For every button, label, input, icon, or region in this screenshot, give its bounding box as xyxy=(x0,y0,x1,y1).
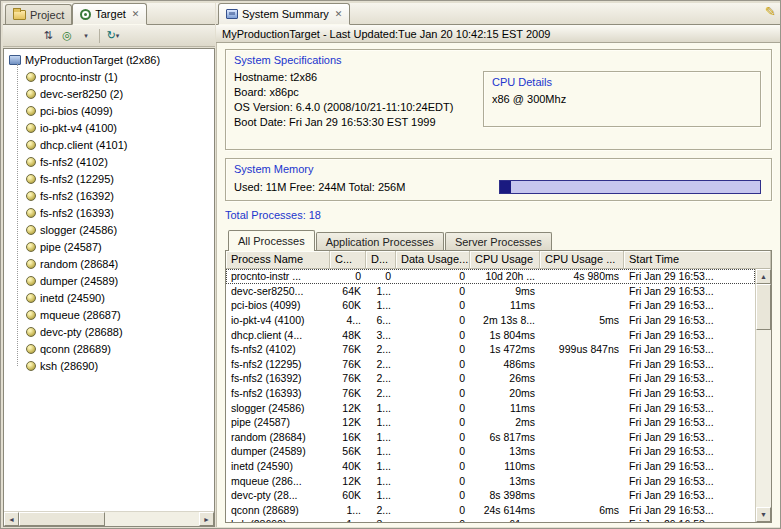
specs-body: Hostname: t2x86 Board: x86pc OS Version:… xyxy=(234,71,763,143)
table-cell: Fri Jan 29 16:53... xyxy=(624,475,755,487)
table-row[interactable]: pipe (24587)12K1...02msFri Jan 29 16:53.… xyxy=(226,415,755,430)
table-row[interactable]: mqueue (286...12K1...013msFri Jan 29 16:… xyxy=(226,473,755,488)
table-cell: 0 xyxy=(396,402,470,414)
table-cell: 13ms xyxy=(470,445,540,457)
table-cell: 0 xyxy=(396,445,470,457)
tree-item[interactable]: mqueue (28687) xyxy=(4,306,214,323)
table-cell: 26ms xyxy=(470,372,540,384)
process-tab[interactable]: Server Processes xyxy=(445,232,552,250)
table-row[interactable]: fs-nfs2 (16393)76K2...020msFri Jan 29 16… xyxy=(226,386,755,401)
tab-project[interactable]: Project xyxy=(5,4,72,24)
tab-target[interactable]: Target ✕ xyxy=(72,3,147,25)
scroll-right-button[interactable]: ► xyxy=(199,512,214,526)
connect-target-button[interactable]: ◎ xyxy=(58,27,76,45)
cpu-details-title: CPU Details xyxy=(492,76,752,88)
table-row[interactable]: dumper (24589)56K1...013msFri Jan 29 16:… xyxy=(226,444,755,459)
process-icon xyxy=(26,242,36,252)
column-header[interactable]: Process Name xyxy=(226,251,330,268)
vertical-scroll-thumb[interactable] xyxy=(756,284,771,330)
edit-button[interactable]: ✎ xyxy=(765,4,776,19)
tree-item-label: io-pkt-v4 (4100) xyxy=(40,122,117,134)
process-tab[interactable]: Application Processes xyxy=(316,232,444,250)
tree-item[interactable]: fs-nfs2 (12295) xyxy=(4,170,214,187)
tree-root[interactable]: MyProductionTarget (t2x86) xyxy=(4,51,214,68)
table-cell: 0 xyxy=(396,270,470,282)
table-cell: 13ms xyxy=(470,475,540,487)
table-cell: 0 xyxy=(396,518,470,522)
table-row[interactable]: fs-nfs2 (12295)76K2...0486msFri Jan 29 1… xyxy=(226,357,755,372)
sort-button[interactable]: ⇅ xyxy=(39,27,57,45)
tree-item[interactable]: pci-bios (4099) xyxy=(4,102,214,119)
tree-item[interactable]: io-pkt-v4 (4100) xyxy=(4,119,214,136)
tree-item[interactable]: fs-nfs2 (16392) xyxy=(4,187,214,204)
tree-item[interactable]: dhcp.client (4101) xyxy=(4,136,214,153)
table-cell: Fri Jan 29 16:53... xyxy=(624,372,755,384)
column-header[interactable]: C... xyxy=(330,251,366,268)
table-row[interactable]: dhcp.client (4...48K3...01s 804msFri Jan… xyxy=(226,327,755,342)
table-row[interactable]: slogger (24586)12K1...011msFri Jan 29 16… xyxy=(226,400,755,415)
column-header[interactable]: Start Time xyxy=(624,251,771,268)
table-cell: devc-ser8250... xyxy=(226,285,330,297)
table-row[interactable]: pci-bios (4099)60K1...011msFri Jan 29 16… xyxy=(226,298,755,313)
table-cell: 76K xyxy=(330,372,366,384)
tree-item[interactable]: fs-nfs2 (16393) xyxy=(4,204,214,221)
scroll-up-button[interactable]: ▲ xyxy=(756,269,771,284)
cpu-details-box: CPU Details x86 @ 300Mhz xyxy=(483,71,761,127)
memory-row: Used: 11M Free: 244M Total: 256M xyxy=(234,180,763,194)
process-table-header: Process NameC...D...Data Usage...CPU Usa… xyxy=(226,251,771,269)
table-row[interactable]: io-pkt-v4 (4100)4...6...02m 13s 8...5msF… xyxy=(226,313,755,328)
close-icon[interactable]: ✕ xyxy=(333,9,343,19)
view-menu-button[interactable]: ▾ xyxy=(77,27,95,45)
tree-item[interactable]: pipe (24587) xyxy=(4,238,214,255)
table-cell: 0 xyxy=(330,270,366,282)
table-cell: devc-pty (28... xyxy=(226,489,330,501)
tree-item[interactable]: inetd (24590) xyxy=(4,289,214,306)
refresh-button[interactable]: ↻▾ xyxy=(104,27,122,45)
tree-item[interactable]: dumper (24589) xyxy=(4,272,214,289)
process-icon xyxy=(26,191,36,201)
close-icon[interactable]: ✕ xyxy=(130,9,140,19)
scroll-track[interactable] xyxy=(105,512,199,526)
vertical-scrollbar[interactable]: ▲ ▼ xyxy=(755,269,771,522)
column-header[interactable]: D... xyxy=(366,251,396,268)
tree-item[interactable]: random (28684) xyxy=(4,255,214,272)
table-row[interactable]: inetd (24590)40K1...0110msFri Jan 29 16:… xyxy=(226,459,755,474)
process-icon xyxy=(26,327,36,337)
left-tabbar: Project Target ✕ xyxy=(3,3,215,25)
table-row[interactable]: devc-ser8250...64K1...09msFri Jan 29 16:… xyxy=(226,284,755,299)
tree-item[interactable]: fs-nfs2 (4102) xyxy=(4,153,214,170)
table-cell: slogger (24586) xyxy=(226,402,330,414)
table-row[interactable]: fs-nfs2 (16392)76K2...026msFri Jan 29 16… xyxy=(226,371,755,386)
table-row[interactable]: devc-pty (28...60K1...08s 398msFri Jan 2… xyxy=(226,488,755,503)
table-row[interactable]: random (28684)16K1...06s 817msFri Jan 29… xyxy=(226,430,755,445)
tree-item[interactable]: devc-pty (28688) xyxy=(4,323,214,340)
scroll-left-button[interactable]: ◄ xyxy=(4,512,19,526)
table-cell: 76K xyxy=(330,387,366,399)
scroll-track[interactable] xyxy=(756,330,771,507)
table-row[interactable]: procnto-instr ...00010d 20h ...4s 980msF… xyxy=(226,269,755,284)
table-row[interactable]: qconn (28689)1...2...024s 614ms6msFri Ja… xyxy=(226,503,755,518)
table-row[interactable]: fs-nfs2 (4102)76K2...01s 472ms999us 847n… xyxy=(226,342,755,357)
column-header[interactable]: CPU Usage xyxy=(470,251,540,268)
tree-item[interactable]: slogger (24586) xyxy=(4,221,214,238)
tab-system-summary-label: System Summary xyxy=(242,8,329,20)
tree-item-label: ksh (28690) xyxy=(40,360,98,372)
table-cell: 1... xyxy=(366,402,396,414)
tree-item[interactable]: procnto-instr (1) xyxy=(4,68,214,85)
tree-item[interactable]: ksh (28690) xyxy=(4,357,214,374)
column-header[interactable]: Data Usage... xyxy=(396,251,470,268)
tree-item[interactable]: qconn (28689) xyxy=(4,340,214,357)
tab-system-summary[interactable]: System Summary ✕ xyxy=(218,3,350,25)
connect-target-icon: ◎ xyxy=(62,29,72,42)
scroll-down-button[interactable]: ▼ xyxy=(756,507,771,522)
table-row[interactable]: ksh (28690)1...3...061msFri Jan 29 16:53… xyxy=(226,517,755,522)
horizontal-scroll-thumb[interactable] xyxy=(19,512,105,526)
process-tab[interactable]: All Processes xyxy=(228,230,315,251)
table-cell: 60K xyxy=(330,299,366,311)
horizontal-scrollbar[interactable]: ◄ ► xyxy=(4,511,214,526)
tree-item-label: fs-nfs2 (16393) xyxy=(40,207,114,219)
column-header[interactable]: CPU Usage ... xyxy=(540,251,624,268)
table-cell: 9ms xyxy=(470,285,540,297)
process-icon xyxy=(26,344,36,354)
tree-item[interactable]: devc-ser8250 (2) xyxy=(4,85,214,102)
